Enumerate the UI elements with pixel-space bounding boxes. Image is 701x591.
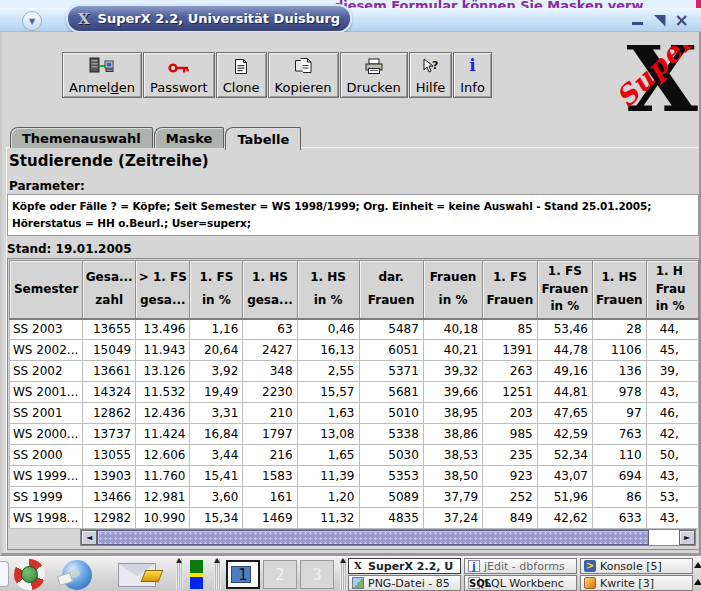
kopieren-button[interactable]: Kopieren [268,52,339,98]
task-sql-workbench[interactable]: SQL SQL Workbenc [464,575,577,591]
panel-handle[interactable] [176,559,183,590]
taskbar-scroll-up-icon[interactable] [694,562,701,568]
table-row[interactable]: WS 1999...1390311.76015,41158311,3953533… [10,466,699,487]
table-row[interactable]: SS 20031365513.4961,16630,46548740,18855… [10,319,699,340]
table-cell[interactable]: 763 [592,424,646,445]
hilfe-button[interactable]: ? Hilfe [409,52,453,98]
table-cell[interactable]: 6051 [359,340,423,361]
table-cell[interactable]: 1469 [243,508,297,529]
table-cell[interactable]: 1,16 [190,319,243,340]
table-cell[interactable]: WS 2000... [10,424,83,445]
clone-button[interactable]: Clone [216,52,267,98]
table-cell[interactable]: 136 [592,361,646,382]
column-header[interactable]: Semester [10,261,83,319]
table-cell[interactable]: 13466 [83,487,136,508]
table-cell[interactable]: 633 [592,508,646,529]
table-cell[interactable]: 19,49 [190,382,243,403]
table-cell[interactable]: 12.981 [136,487,190,508]
table-cell[interactable]: 16,13 [297,340,359,361]
table-cell[interactable]: 43, [646,382,698,403]
table-cell[interactable]: 985 [483,424,537,445]
table-cell[interactable]: 11,39 [297,466,359,487]
table-cell[interactable]: 42,59 [537,424,592,445]
table-cell[interactable]: WS 1998... [10,508,83,529]
info-button[interactable]: i Info [453,52,492,98]
table-cell[interactable]: 53, [646,487,698,508]
table-row[interactable]: SS 20011286212.4363,312101,63501038,9520… [10,403,699,424]
column-header[interactable]: 1. HSgesa... [243,261,297,319]
anmelden-button[interactable]: Anmelden [62,52,142,98]
table-cell[interactable]: 44,78 [537,340,592,361]
pager-desktop-1[interactable]: 1 [226,560,260,589]
table-cell[interactable]: 348 [243,361,297,382]
table-cell[interactable]: 2,55 [297,361,359,382]
table-row[interactable]: SS 19991346612.9813,601611,20508937,7925… [10,487,699,508]
table-cell[interactable]: 20,64 [190,340,243,361]
table-cell[interactable]: 85 [483,319,537,340]
window-titlebar[interactable]: ▼ X SuperX 2.2, Universität Duisburg × [0,8,701,32]
lifebuoy-help-icon[interactable] [14,559,45,590]
panel-handle[interactable] [214,559,221,590]
scroll-thumb[interactable] [97,530,649,545]
passwort-button[interactable]: Passwort [143,52,215,98]
column-header[interactable]: Gesa...zahl [83,261,136,319]
table-cell[interactable]: 1251 [483,382,537,403]
scroll-right-button[interactable]: ► [679,530,695,545]
table-cell[interactable]: 46, [646,403,698,424]
close-button[interactable]: × [673,13,690,28]
table-cell[interactable]: 978 [592,382,646,403]
table-cell[interactable]: 39,32 [423,361,482,382]
column-header[interactable]: 1. FSFrauenin % [537,261,592,319]
table-cell[interactable]: 11.943 [136,340,190,361]
minimize-button[interactable] [629,13,646,28]
tab-tabelle[interactable]: Tabelle [225,127,301,150]
taskbar-scroll-up-icon[interactable] [694,579,701,585]
table-row[interactable]: SS 20001305512.6063,442161,65503038,5323… [10,445,699,466]
table-cell[interactable]: 14324 [83,382,136,403]
column-header[interactable]: Frauenin % [423,261,482,319]
panel-handle[interactable] [340,559,347,590]
table-cell[interactable]: 3,31 [190,403,243,424]
table-cell[interactable]: 1,20 [297,487,359,508]
table-cell[interactable]: 161 [243,487,297,508]
table-cell[interactable]: 235 [483,445,537,466]
table-cell[interactable]: 216 [243,445,297,466]
table-cell[interactable]: 40,21 [423,340,482,361]
table-cell[interactable]: 13903 [83,466,136,487]
table-cell[interactable]: 49,16 [537,361,592,382]
table-cell[interactable]: 13055 [83,445,136,466]
table-cell[interactable]: 3,44 [190,445,243,466]
table-cell[interactable]: 11,32 [297,508,359,529]
table-cell[interactable]: WS 2001... [10,382,83,403]
table-cell[interactable]: 16,84 [190,424,243,445]
table-cell[interactable]: 38,50 [423,466,482,487]
table-cell[interactable]: 13.126 [136,361,190,382]
table-cell[interactable]: 5371 [359,361,423,382]
table-cell[interactable]: 1583 [243,466,297,487]
table-cell[interactable]: 44,81 [537,382,592,403]
table-cell[interactable]: 1,65 [297,445,359,466]
table-cell[interactable]: 12.436 [136,403,190,424]
horizontal-scrollbar[interactable]: ◄ ► [80,529,696,546]
table-cell[interactable]: 53,46 [537,319,592,340]
keyboard-layout-indicator[interactable] [190,560,203,589]
drucken-button[interactable]: Drucken [340,52,408,98]
table-cell[interactable]: 210 [243,403,297,424]
table-cell[interactable]: 37,24 [423,508,482,529]
column-header[interactable]: 1. FSFrauen [483,261,537,319]
maximize-button[interactable] [651,13,668,28]
table-cell[interactable]: SS 2002 [10,361,83,382]
table-cell[interactable]: 13661 [83,361,136,382]
table-cell[interactable]: 15,34 [190,508,243,529]
table-cell[interactable]: 43, [646,508,698,529]
table-cell[interactable]: 52,34 [537,445,592,466]
table-cell[interactable]: 38,86 [423,424,482,445]
window-menu-button[interactable]: ▼ [22,11,42,31]
table-cell[interactable]: 0,46 [297,319,359,340]
column-header[interactable]: 1. HSFrauen [592,261,646,319]
window-title-tab[interactable]: X SuperX 2.2, Universität Duisburg [66,4,352,33]
table-cell[interactable]: 45, [646,340,698,361]
table-cell[interactable]: 252 [483,487,537,508]
table-cell[interactable]: 11.424 [136,424,190,445]
table-cell[interactable]: WS 2002... [10,340,83,361]
